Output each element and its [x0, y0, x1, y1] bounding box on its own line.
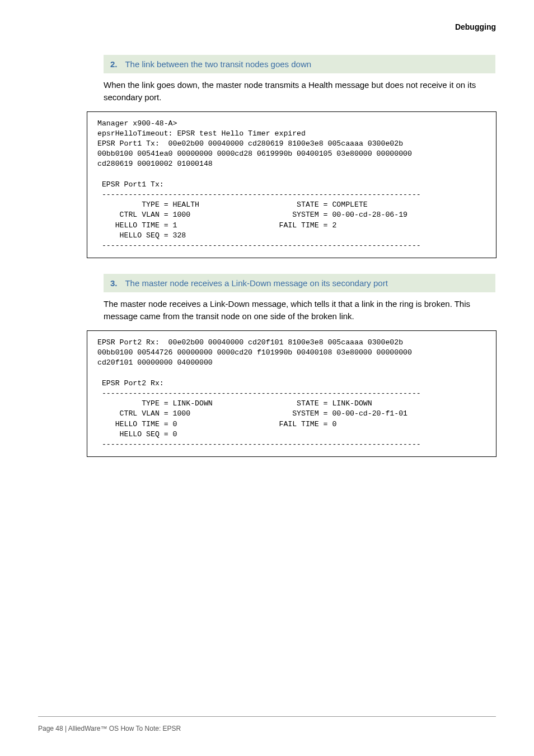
step-heading-3: 3. The master node receives a Link-Down …	[104, 274, 495, 292]
step-heading-2: 2. The link between the two transit node…	[104, 55, 495, 73]
footer-text: Page 48 | AlliedWare™ OS How To Note: EP…	[38, 725, 181, 732]
header-section-label: Debugging	[455, 22, 496, 31]
step-3-body: The master node receives a Link-Down mes…	[104, 298, 495, 323]
step-number: 2.	[110, 59, 118, 69]
code-text-1: Manager x900-48-A> epsrHelloTimeout: EPS…	[87, 119, 496, 251]
main-content: 2. The link between the two transit node…	[104, 55, 495, 473]
code-block-1: Manager x900-48-A> epsrHelloTimeout: EPS…	[87, 111, 496, 259]
footer-rule	[38, 716, 496, 717]
code-block-2: EPSR Port2 Rx: 00e02b00 00040000 cd20f10…	[87, 330, 496, 457]
page: Debugging 2. The link between the two tr…	[0, 0, 534, 756]
step-2-body: When the link goes down, the master node…	[104, 79, 495, 104]
step-title: The master node receives a Link-Down mes…	[125, 278, 387, 288]
code-text-2: EPSR Port2 Rx: 00e02b00 00040000 cd20f10…	[87, 338, 496, 450]
step-number: 3.	[110, 278, 118, 288]
step-title: The link between the two transit nodes g…	[125, 59, 311, 69]
